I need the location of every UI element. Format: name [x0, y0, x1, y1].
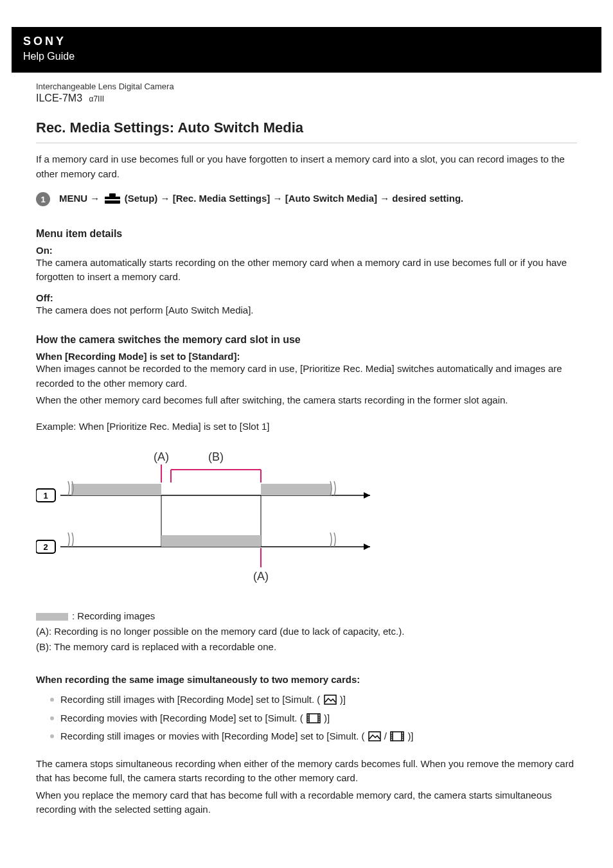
- help-guide-label: Help Guide: [23, 51, 590, 62]
- step-number-badge: 1: [36, 192, 50, 206]
- svg-rect-19: [161, 535, 261, 547]
- on-description: The camera automatically starts recordin…: [36, 256, 577, 285]
- legend-recording: : Recording images: [72, 610, 155, 621]
- model-code: ILCE-7M3: [36, 93, 82, 103]
- slot-2-icon: 2: [36, 540, 55, 553]
- still-image-icon: [324, 693, 337, 710]
- still-image-icon: [368, 730, 381, 747]
- product-meta: Interchangeable Lens Digital Camera ILCE…: [36, 82, 599, 104]
- bullet-1-post: )]: [340, 694, 346, 705]
- diagram-label-A-top: (A): [154, 450, 169, 463]
- off-description: The camera does not perform [Auto Switch…: [36, 303, 577, 318]
- example-line: Example: When [Prioritize Rec. Media] is…: [36, 420, 577, 434]
- bullet-2-pre: Recording movies with [Recording Mode] s…: [60, 713, 303, 723]
- diagram-legend: : Recording images (A): Recording is no …: [36, 608, 577, 655]
- simul-bullets: Recording still images with [Recording M…: [50, 691, 577, 747]
- legend-swatch-recording: [36, 613, 68, 621]
- bullet-2-post: )]: [324, 713, 330, 723]
- standard-desc-1: When images cannot be recorded to the me…: [36, 362, 577, 391]
- movie-icon: [306, 712, 321, 729]
- svg-text:1: 1: [43, 491, 48, 500]
- list-item: Recording still images or movies with [R…: [50, 728, 577, 747]
- trailing-paragraph-2: When you replace the memory card that ha…: [36, 788, 577, 817]
- legend-A: (A): Recording is no longer possible on …: [36, 624, 577, 639]
- off-label: Off:: [36, 292, 577, 303]
- diagram-label-A-bottom: (A): [253, 570, 269, 583]
- model-suffix: α7III: [89, 94, 104, 103]
- trailing-paragraph-1: The camera stops simultaneous recording …: [36, 757, 577, 786]
- standard-mode-label: When [Recording Mode] is set to [Standar…: [36, 351, 577, 362]
- intro-paragraph: If a memory card in use becomes full or …: [36, 152, 577, 181]
- switch-heading: How the camera switches the memory card …: [36, 334, 577, 346]
- bullet-3-post: )]: [407, 731, 413, 741]
- diagram-label-B-top: (B): [208, 450, 224, 463]
- simul-heading: When recording the same image simultaneo…: [36, 674, 577, 685]
- header-banner: SONY Help Guide: [12, 27, 601, 73]
- brand-logo: SONY: [23, 35, 590, 48]
- bullet-3-pre: Recording still images or movies with [R…: [60, 731, 365, 741]
- slot-switch-diagram: (A) (B) 1: [36, 448, 577, 598]
- slot-1-icon: 1: [36, 489, 55, 502]
- svg-rect-11: [71, 484, 161, 495]
- toolbox-setup-icon: [104, 193, 121, 209]
- svg-rect-2: [105, 199, 120, 200]
- on-label: On:: [36, 245, 577, 256]
- svg-marker-10: [364, 492, 370, 499]
- step-text: MENU → (Setup) → [Rec. Media Settings] →…: [59, 191, 463, 209]
- bullet-3-mid: /: [384, 731, 387, 741]
- page-title: Rec. Media Settings: Auto Switch Media: [36, 120, 577, 136]
- list-item: Recording movies with [Recording Mode] s…: [50, 710, 577, 729]
- product-type: Interchangeable Lens Digital Camera: [36, 82, 599, 91]
- step-pre: MENU →: [59, 193, 103, 204]
- standard-desc-2: When the other memory card becomes full …: [36, 393, 577, 408]
- menu-item-details-heading: Menu item details: [36, 228, 577, 240]
- step-post: (Setup) → [Rec. Media Settings] → [Auto …: [125, 193, 464, 204]
- movie-icon: [390, 730, 404, 747]
- svg-marker-18: [364, 544, 370, 550]
- list-item: Recording still images with [Recording M…: [50, 691, 577, 710]
- bullet-1-pre: Recording still images with [Recording M…: [60, 694, 320, 705]
- divider: [36, 143, 577, 143]
- svg-rect-1: [109, 193, 116, 197]
- legend-B: (B): The memory card is replaced with a …: [36, 639, 577, 655]
- svg-rect-12: [261, 484, 332, 495]
- step-1: 1 MENU → (Setup) → [Rec. Media Settings]…: [36, 191, 577, 209]
- svg-text:2: 2: [43, 542, 48, 552]
